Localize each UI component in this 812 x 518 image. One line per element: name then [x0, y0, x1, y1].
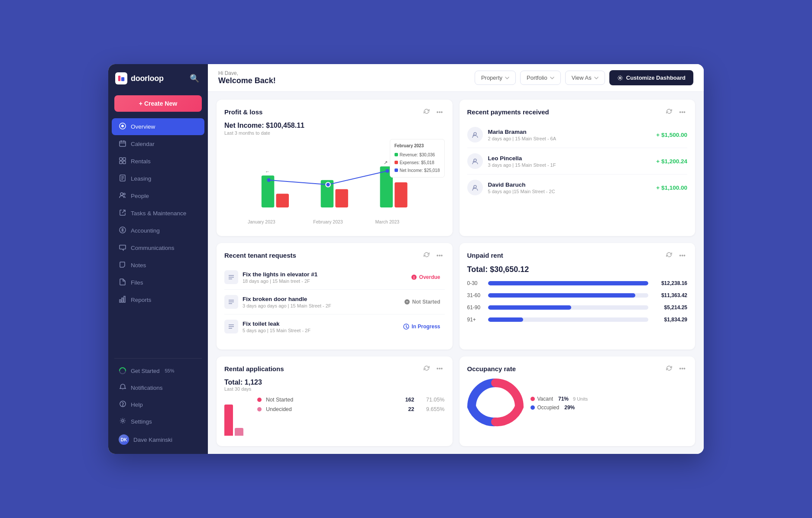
- rental-apps-refresh-button[interactable]: [422, 364, 431, 373]
- sidebar-item-notes[interactable]: Notes: [112, 257, 204, 274]
- legend-expenses: Expenses: $5,018: [395, 159, 440, 167]
- sidebar-item-files[interactable]: Files: [112, 274, 204, 291]
- unpaid-rent-refresh-button[interactable]: [664, 251, 674, 260]
- recent-payments-refresh-button[interactable]: [664, 107, 674, 117]
- payment-amount-2: + $1,200.24: [656, 158, 687, 165]
- svg-point-50: [474, 159, 476, 162]
- legend-feb: February 2023: [395, 142, 440, 150]
- unpaid-rent-title: Unpaid rent: [467, 252, 503, 259]
- sidebar-item-calendar[interactable]: Calendar: [112, 136, 204, 152]
- profit-loss-more-button[interactable]: •••: [435, 108, 445, 117]
- sidebar-item-leasing[interactable]: Leasing: [112, 170, 204, 187]
- rental-apps-header: Rental applications •••: [224, 364, 445, 373]
- svg-point-53: [474, 185, 476, 188]
- legend-occupied: Occupied 29%: [531, 405, 588, 411]
- occupancy-more-button[interactable]: •••: [677, 364, 687, 373]
- main-content: Hi Dave, Welcome Back! Property Portfoli…: [208, 64, 704, 454]
- sidebar-item-communications[interactable]: Communications: [112, 240, 204, 256]
- view-as-filter-button[interactable]: View As: [565, 71, 605, 85]
- rental-apps-more-button[interactable]: •••: [435, 364, 445, 373]
- rental-apps-title: Rental applications: [224, 365, 284, 372]
- request-detail-2: 3 days ago days ago | 15 Main Street - 2…: [243, 303, 331, 308]
- sidebar-item-reports-label: Reports: [131, 297, 151, 303]
- tenant-requests-card: Recent tenant requests •••: [217, 243, 453, 349]
- svg-rect-1: [121, 77, 124, 81]
- svg-rect-36: [335, 189, 348, 207]
- sidebar-item-leasing-label: Leasing: [131, 175, 151, 182]
- unpaid-rent-card: Unpaid rent ••• Total: $30,650.12 0-30 $…: [459, 243, 696, 349]
- occupancy-title: Occupancy rate: [467, 365, 516, 372]
- sidebar-item-rentals[interactable]: Rentals: [112, 153, 204, 170]
- svg-rect-0: [118, 76, 120, 81]
- svg-text:!: !: [413, 275, 414, 280]
- sidebar-item-get-started[interactable]: Get Started 55%: [112, 363, 204, 379]
- create-new-button[interactable]: + Create New: [114, 95, 202, 112]
- notes-icon: [119, 261, 126, 269]
- occupancy-refresh-button[interactable]: [664, 364, 674, 373]
- svg-rect-23: [120, 300, 121, 302]
- sidebar-item-files-label: Files: [131, 279, 143, 286]
- profit-loss-title: Profit & loss: [224, 108, 262, 116]
- svg-rect-25: [124, 296, 125, 302]
- sidebar-item-notifications[interactable]: Notifications: [112, 379, 204, 396]
- sidebar-item-settings[interactable]: Settings: [112, 413, 204, 430]
- svg-text:←: ←: [265, 169, 270, 174]
- people-icon: [119, 192, 126, 200]
- rentals-icon: [119, 157, 126, 165]
- top-bar-actions: Property Portfolio View As Customize Das…: [475, 70, 693, 85]
- svg-point-39: [267, 178, 270, 182]
- customize-label: Customize Dashboard: [626, 74, 686, 81]
- chart-legend: February 2023 Revenue: $30,036 Expenses:…: [390, 139, 445, 178]
- sidebar-item-overview[interactable]: Overview: [112, 118, 204, 135]
- sidebar-item-help[interactable]: Help: [112, 396, 204, 413]
- rent-bar-61-90: 61-90 $5,214.25: [467, 304, 688, 311]
- search-button[interactable]: 🔍: [188, 72, 201, 85]
- svg-text:March 2023: March 2023: [375, 219, 400, 224]
- get-started-label: Get Started: [131, 368, 159, 374]
- request-title-2: Fix broken door handle: [243, 296, 331, 302]
- leasing-icon: [119, 175, 126, 183]
- sidebar-item-tasks-label: Tasks & Maintenance: [131, 210, 186, 217]
- profit-loss-refresh-button[interactable]: [422, 107, 431, 117]
- portfolio-filter-button[interactable]: Portfolio: [520, 71, 561, 85]
- sidebar-item-reports[interactable]: Reports: [112, 291, 204, 308]
- tenant-requests-more-button[interactable]: •••: [435, 251, 445, 260]
- sidebar-item-accounting[interactable]: Accounting: [112, 222, 204, 239]
- sidebar-item-tasks[interactable]: Tasks & Maintenance: [112, 205, 204, 222]
- sidebar-bottom: Get Started 55% Notifications Help Sett: [108, 362, 208, 454]
- sidebar-item-accounting-label: Accounting: [131, 227, 160, 234]
- property-filter-button[interactable]: Property: [475, 71, 516, 85]
- recent-payments-more-button[interactable]: •••: [677, 108, 687, 117]
- user-item[interactable]: DK Dave Kaminski: [112, 430, 204, 449]
- payment-name-3: David Baruch: [488, 181, 555, 188]
- help-icon: [119, 401, 126, 408]
- recent-payments-title: Recent payments received: [467, 108, 549, 116]
- svg-line-18: [122, 210, 125, 213]
- payment-amount-3: + $1,100.00: [656, 185, 687, 191]
- sidebar-item-people-label: People: [131, 193, 149, 199]
- accounting-icon: [119, 227, 126, 235]
- settings-icon: [119, 418, 126, 425]
- unpaid-rent-header: Unpaid rent •••: [467, 251, 688, 260]
- request-detail-3: 5 days ago | 15 Main Street - 2F: [243, 328, 311, 333]
- request-detail-1: 18 days ago | 15 Main treet - 2F: [243, 278, 317, 284]
- svg-rect-10: [120, 161, 122, 164]
- request-item-3: Fix toilet leak 5 days ago | 15 Main Str…: [224, 314, 445, 339]
- app-row-not-started: Not Started 162 71.05%: [257, 397, 445, 403]
- logo-icon: [115, 72, 127, 84]
- calendar-icon: [119, 140, 126, 148]
- tenant-requests-refresh-button[interactable]: [422, 251, 431, 260]
- svg-point-17: [123, 193, 125, 195]
- rental-apps-subtitle: Last 30 days: [224, 386, 445, 392]
- legend-vacant: Vacant 71% 9 Units: [531, 396, 588, 402]
- customize-dashboard-button[interactable]: Customize Dashboard: [609, 70, 693, 85]
- recent-payments-header: Recent payments received •••: [467, 107, 688, 117]
- unpaid-rent-more-button[interactable]: •••: [677, 251, 687, 260]
- rental-apps-total: Total: 1,123: [224, 379, 445, 386]
- payment-amount-1: + $1,500.00: [656, 132, 687, 138]
- sidebar-item-people[interactable]: People: [112, 188, 204, 204]
- settings-label: Settings: [131, 418, 152, 425]
- payment-avatar-1: [467, 127, 483, 142]
- user-avatar: DK: [119, 434, 129, 445]
- payment-avatar-2: [467, 153, 483, 169]
